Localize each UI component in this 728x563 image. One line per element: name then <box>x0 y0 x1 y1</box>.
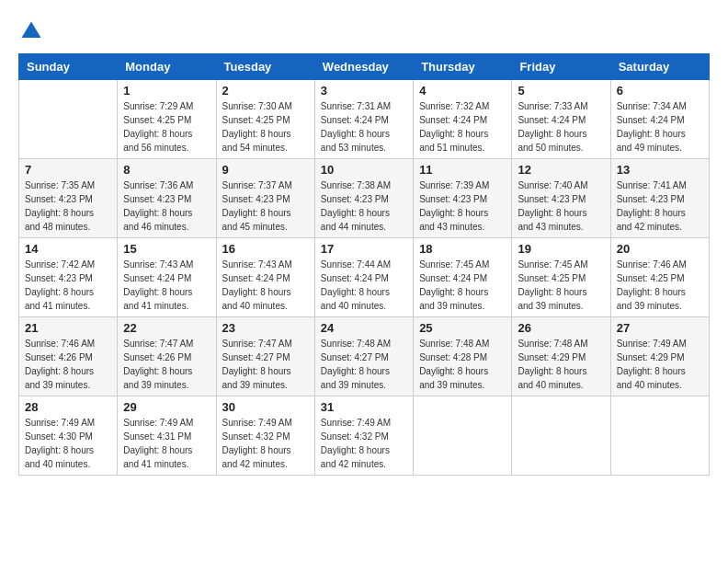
day-info: Sunrise: 7:33 AMSunset: 4:24 PMDaylight:… <box>518 99 604 155</box>
day-number: 23 <box>222 321 309 335</box>
day-info: Sunrise: 7:34 AMSunset: 4:24 PMDaylight:… <box>617 99 703 155</box>
day-number: 9 <box>222 163 309 177</box>
calendar-week-row: 21Sunrise: 7:46 AMSunset: 4:26 PMDayligh… <box>19 317 710 396</box>
calendar-cell: 17Sunrise: 7:44 AMSunset: 4:24 PMDayligh… <box>314 238 413 317</box>
calendar-cell: 1Sunrise: 7:29 AMSunset: 4:25 PMDaylight… <box>118 80 216 159</box>
logo-icon <box>18 18 44 44</box>
calendar-cell: 26Sunrise: 7:48 AMSunset: 4:29 PMDayligh… <box>512 317 610 396</box>
calendar-cell: 31Sunrise: 7:49 AMSunset: 4:32 PMDayligh… <box>314 396 413 476</box>
day-info: Sunrise: 7:43 AMSunset: 4:24 PMDaylight:… <box>222 258 309 313</box>
calendar-cell: 6Sunrise: 7:34 AMSunset: 4:24 PMDaylight… <box>610 80 709 159</box>
day-info: Sunrise: 7:30 AMSunset: 4:25 PMDaylight:… <box>222 99 309 155</box>
calendar-cell: 2Sunrise: 7:30 AMSunset: 4:25 PMDaylight… <box>216 80 314 159</box>
day-info: Sunrise: 7:48 AMSunset: 4:27 PMDaylight:… <box>321 337 407 392</box>
day-info: Sunrise: 7:46 AMSunset: 4:25 PMDaylight:… <box>617 258 703 313</box>
day-info: Sunrise: 7:49 AMSunset: 4:31 PMDaylight:… <box>123 416 210 471</box>
calendar-cell: 21Sunrise: 7:46 AMSunset: 4:26 PMDayligh… <box>19 317 118 396</box>
calendar-cell: 24Sunrise: 7:48 AMSunset: 4:27 PMDayligh… <box>314 317 413 396</box>
day-number: 4 <box>419 84 506 98</box>
day-info: Sunrise: 7:49 AMSunset: 4:32 PMDaylight:… <box>222 416 309 471</box>
day-number: 13 <box>617 163 703 177</box>
weekday-header-row: Sunday Monday Tuesday Wednesday Thursday… <box>19 54 710 80</box>
calendar-cell: 16Sunrise: 7:43 AMSunset: 4:24 PMDayligh… <box>216 238 314 317</box>
day-info: Sunrise: 7:46 AMSunset: 4:26 PMDaylight:… <box>25 337 111 392</box>
header <box>18 18 710 44</box>
calendar-cell: 12Sunrise: 7:40 AMSunset: 4:23 PMDayligh… <box>512 159 610 238</box>
calendar-cell <box>414 396 512 476</box>
calendar-cell: 15Sunrise: 7:43 AMSunset: 4:24 PMDayligh… <box>118 238 216 317</box>
calendar-cell <box>19 80 118 159</box>
day-number: 6 <box>617 84 703 98</box>
header-sunday: Sunday <box>19 54 118 80</box>
calendar-cell <box>512 396 610 476</box>
calendar-cell: 5Sunrise: 7:33 AMSunset: 4:24 PMDaylight… <box>512 80 610 159</box>
day-number: 5 <box>518 84 604 98</box>
day-number: 30 <box>222 400 309 414</box>
calendar-cell: 8Sunrise: 7:36 AMSunset: 4:23 PMDaylight… <box>118 159 216 238</box>
calendar-cell: 25Sunrise: 7:48 AMSunset: 4:28 PMDayligh… <box>414 317 512 396</box>
logo <box>18 18 48 44</box>
calendar-cell <box>610 396 709 476</box>
calendar: Sunday Monday Tuesday Wednesday Thursday… <box>18 53 710 476</box>
calendar-cell: 22Sunrise: 7:47 AMSunset: 4:26 PMDayligh… <box>118 317 216 396</box>
day-number: 16 <box>222 242 309 256</box>
day-info: Sunrise: 7:49 AMSunset: 4:29 PMDaylight:… <box>617 337 703 392</box>
day-number: 19 <box>518 242 604 256</box>
day-info: Sunrise: 7:39 AMSunset: 4:23 PMDaylight:… <box>419 178 506 234</box>
day-info: Sunrise: 7:41 AMSunset: 4:23 PMDaylight:… <box>617 178 703 234</box>
header-saturday: Saturday <box>610 54 709 80</box>
calendar-cell: 13Sunrise: 7:41 AMSunset: 4:23 PMDayligh… <box>610 159 709 238</box>
calendar-week-row: 1Sunrise: 7:29 AMSunset: 4:25 PMDaylight… <box>19 80 710 159</box>
day-info: Sunrise: 7:35 AMSunset: 4:23 PMDaylight:… <box>25 178 111 234</box>
day-number: 10 <box>321 163 407 177</box>
day-info: Sunrise: 7:49 AMSunset: 4:30 PMDaylight:… <box>25 416 111 471</box>
header-friday: Friday <box>512 54 610 80</box>
calendar-cell: 10Sunrise: 7:38 AMSunset: 4:23 PMDayligh… <box>314 159 413 238</box>
calendar-cell: 9Sunrise: 7:37 AMSunset: 4:23 PMDaylight… <box>216 159 314 238</box>
calendar-cell: 27Sunrise: 7:49 AMSunset: 4:29 PMDayligh… <box>610 317 709 396</box>
calendar-week-row: 28Sunrise: 7:49 AMSunset: 4:30 PMDayligh… <box>19 396 710 476</box>
day-info: Sunrise: 7:47 AMSunset: 4:27 PMDaylight:… <box>222 337 309 392</box>
day-number: 22 <box>123 321 210 335</box>
day-number: 18 <box>419 242 506 256</box>
calendar-cell: 30Sunrise: 7:49 AMSunset: 4:32 PMDayligh… <box>216 396 314 476</box>
day-info: Sunrise: 7:29 AMSunset: 4:25 PMDaylight:… <box>123 99 210 155</box>
calendar-cell: 14Sunrise: 7:42 AMSunset: 4:23 PMDayligh… <box>19 238 118 317</box>
day-number: 24 <box>321 321 407 335</box>
header-thursday: Thursday <box>414 54 512 80</box>
calendar-cell: 28Sunrise: 7:49 AMSunset: 4:30 PMDayligh… <box>19 396 118 476</box>
calendar-cell: 29Sunrise: 7:49 AMSunset: 4:31 PMDayligh… <box>118 396 216 476</box>
calendar-cell: 19Sunrise: 7:45 AMSunset: 4:25 PMDayligh… <box>512 238 610 317</box>
day-info: Sunrise: 7:37 AMSunset: 4:23 PMDaylight:… <box>222 178 309 234</box>
day-info: Sunrise: 7:48 AMSunset: 4:28 PMDaylight:… <box>419 337 506 392</box>
day-number: 26 <box>518 321 604 335</box>
calendar-cell: 7Sunrise: 7:35 AMSunset: 4:23 PMDaylight… <box>19 159 118 238</box>
day-number: 11 <box>419 163 506 177</box>
day-number: 3 <box>321 84 407 98</box>
day-number: 12 <box>518 163 604 177</box>
day-info: Sunrise: 7:45 AMSunset: 4:25 PMDaylight:… <box>518 258 604 313</box>
day-info: Sunrise: 7:47 AMSunset: 4:26 PMDaylight:… <box>123 337 210 392</box>
day-number: 7 <box>25 163 111 177</box>
header-monday: Monday <box>118 54 216 80</box>
day-number: 2 <box>222 84 309 98</box>
day-info: Sunrise: 7:49 AMSunset: 4:32 PMDaylight:… <box>321 416 407 471</box>
calendar-cell: 11Sunrise: 7:39 AMSunset: 4:23 PMDayligh… <box>414 159 512 238</box>
day-number: 28 <box>25 400 111 414</box>
day-number: 29 <box>123 400 210 414</box>
calendar-cell: 4Sunrise: 7:32 AMSunset: 4:24 PMDaylight… <box>414 80 512 159</box>
day-number: 21 <box>25 321 111 335</box>
day-number: 17 <box>321 242 407 256</box>
day-info: Sunrise: 7:43 AMSunset: 4:24 PMDaylight:… <box>123 258 210 313</box>
day-number: 8 <box>123 163 210 177</box>
day-number: 27 <box>617 321 703 335</box>
day-info: Sunrise: 7:31 AMSunset: 4:24 PMDaylight:… <box>321 99 407 155</box>
day-number: 31 <box>321 400 407 414</box>
calendar-cell: 20Sunrise: 7:46 AMSunset: 4:25 PMDayligh… <box>610 238 709 317</box>
header-wednesday: Wednesday <box>314 54 413 80</box>
calendar-cell: 18Sunrise: 7:45 AMSunset: 4:24 PMDayligh… <box>414 238 512 317</box>
day-number: 20 <box>617 242 703 256</box>
day-info: Sunrise: 7:48 AMSunset: 4:29 PMDaylight:… <box>518 337 604 392</box>
day-info: Sunrise: 7:44 AMSunset: 4:24 PMDaylight:… <box>321 258 407 313</box>
calendar-week-row: 7Sunrise: 7:35 AMSunset: 4:23 PMDaylight… <box>19 159 710 238</box>
